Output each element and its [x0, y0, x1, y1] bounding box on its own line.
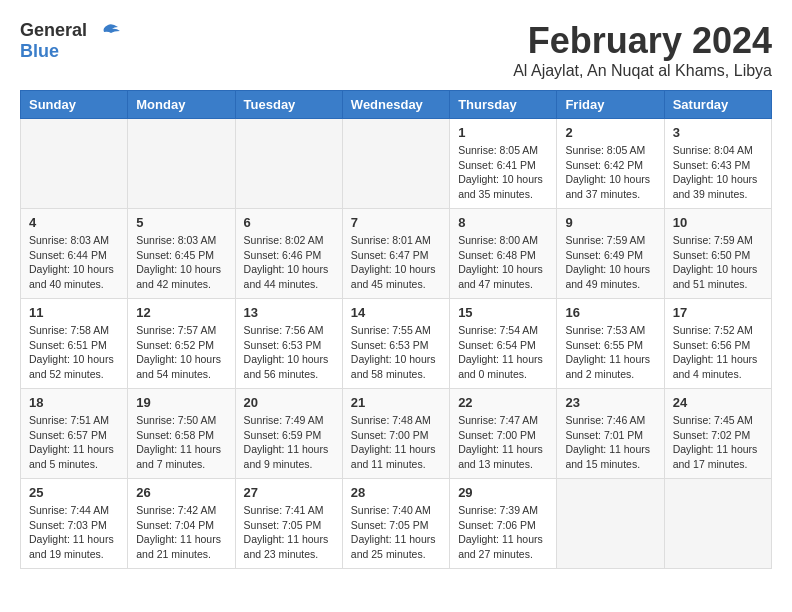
location-subtitle: Al Ajaylat, An Nuqat al Khams, Libya	[513, 62, 772, 80]
day-cell: 28Sunrise: 7:40 AM Sunset: 7:05 PM Dayli…	[342, 479, 449, 569]
day-number: 9	[565, 215, 655, 230]
day-cell: 5Sunrise: 8:03 AM Sunset: 6:45 PM Daylig…	[128, 209, 235, 299]
logo: General Blue	[20, 20, 122, 62]
week-row-4: 18Sunrise: 7:51 AM Sunset: 6:57 PM Dayli…	[21, 389, 772, 479]
day-cell: 20Sunrise: 7:49 AM Sunset: 6:59 PM Dayli…	[235, 389, 342, 479]
day-info: Sunrise: 7:55 AM Sunset: 6:53 PM Dayligh…	[351, 323, 441, 382]
day-number: 19	[136, 395, 226, 410]
month-title: February 2024	[513, 20, 772, 62]
day-info: Sunrise: 7:40 AM Sunset: 7:05 PM Dayligh…	[351, 503, 441, 562]
day-number: 6	[244, 215, 334, 230]
weekday-header-sunday: Sunday	[21, 91, 128, 119]
day-cell: 26Sunrise: 7:42 AM Sunset: 7:04 PM Dayli…	[128, 479, 235, 569]
day-number: 2	[565, 125, 655, 140]
day-number: 27	[244, 485, 334, 500]
day-cell: 10Sunrise: 7:59 AM Sunset: 6:50 PM Dayli…	[664, 209, 771, 299]
day-number: 25	[29, 485, 119, 500]
day-number: 21	[351, 395, 441, 410]
day-cell	[21, 119, 128, 209]
day-number: 26	[136, 485, 226, 500]
day-info: Sunrise: 7:44 AM Sunset: 7:03 PM Dayligh…	[29, 503, 119, 562]
day-number: 1	[458, 125, 548, 140]
logo-general-text: General	[20, 20, 122, 41]
day-info: Sunrise: 7:41 AM Sunset: 7:05 PM Dayligh…	[244, 503, 334, 562]
day-info: Sunrise: 7:56 AM Sunset: 6:53 PM Dayligh…	[244, 323, 334, 382]
day-number: 4	[29, 215, 119, 230]
day-cell: 7Sunrise: 8:01 AM Sunset: 6:47 PM Daylig…	[342, 209, 449, 299]
logo-blue-text: Blue	[20, 41, 59, 61]
day-number: 15	[458, 305, 548, 320]
day-info: Sunrise: 8:03 AM Sunset: 6:44 PM Dayligh…	[29, 233, 119, 292]
day-info: Sunrise: 7:59 AM Sunset: 6:49 PM Dayligh…	[565, 233, 655, 292]
day-info: Sunrise: 8:00 AM Sunset: 6:48 PM Dayligh…	[458, 233, 548, 292]
day-info: Sunrise: 7:39 AM Sunset: 7:06 PM Dayligh…	[458, 503, 548, 562]
day-number: 29	[458, 485, 548, 500]
day-info: Sunrise: 8:04 AM Sunset: 6:43 PM Dayligh…	[673, 143, 763, 202]
day-number: 12	[136, 305, 226, 320]
day-number: 3	[673, 125, 763, 140]
day-number: 14	[351, 305, 441, 320]
day-info: Sunrise: 8:05 AM Sunset: 6:42 PM Dayligh…	[565, 143, 655, 202]
day-cell	[128, 119, 235, 209]
day-cell: 27Sunrise: 7:41 AM Sunset: 7:05 PM Dayli…	[235, 479, 342, 569]
day-info: Sunrise: 7:57 AM Sunset: 6:52 PM Dayligh…	[136, 323, 226, 382]
week-row-1: 1Sunrise: 8:05 AM Sunset: 6:41 PM Daylig…	[21, 119, 772, 209]
day-info: Sunrise: 7:52 AM Sunset: 6:56 PM Dayligh…	[673, 323, 763, 382]
day-number: 24	[673, 395, 763, 410]
day-info: Sunrise: 7:58 AM Sunset: 6:51 PM Dayligh…	[29, 323, 119, 382]
day-number: 13	[244, 305, 334, 320]
day-cell: 23Sunrise: 7:46 AM Sunset: 7:01 PM Dayli…	[557, 389, 664, 479]
header: General Blue February 2024 Al Ajaylat, A…	[20, 20, 772, 80]
day-info: Sunrise: 7:47 AM Sunset: 7:00 PM Dayligh…	[458, 413, 548, 472]
weekday-header-tuesday: Tuesday	[235, 91, 342, 119]
day-cell: 8Sunrise: 8:00 AM Sunset: 6:48 PM Daylig…	[450, 209, 557, 299]
day-number: 28	[351, 485, 441, 500]
day-cell: 22Sunrise: 7:47 AM Sunset: 7:00 PM Dayli…	[450, 389, 557, 479]
day-info: Sunrise: 7:45 AM Sunset: 7:02 PM Dayligh…	[673, 413, 763, 472]
day-cell: 15Sunrise: 7:54 AM Sunset: 6:54 PM Dayli…	[450, 299, 557, 389]
day-cell: 29Sunrise: 7:39 AM Sunset: 7:06 PM Dayli…	[450, 479, 557, 569]
day-number: 22	[458, 395, 548, 410]
weekday-header-saturday: Saturday	[664, 91, 771, 119]
day-number: 20	[244, 395, 334, 410]
weekday-header-thursday: Thursday	[450, 91, 557, 119]
day-cell: 4Sunrise: 8:03 AM Sunset: 6:44 PM Daylig…	[21, 209, 128, 299]
day-cell: 13Sunrise: 7:56 AM Sunset: 6:53 PM Dayli…	[235, 299, 342, 389]
day-cell: 19Sunrise: 7:50 AM Sunset: 6:58 PM Dayli…	[128, 389, 235, 479]
week-row-3: 11Sunrise: 7:58 AM Sunset: 6:51 PM Dayli…	[21, 299, 772, 389]
weekday-header-monday: Monday	[128, 91, 235, 119]
day-info: Sunrise: 7:50 AM Sunset: 6:58 PM Dayligh…	[136, 413, 226, 472]
week-row-5: 25Sunrise: 7:44 AM Sunset: 7:03 PM Dayli…	[21, 479, 772, 569]
weekday-header-wednesday: Wednesday	[342, 91, 449, 119]
day-info: Sunrise: 7:54 AM Sunset: 6:54 PM Dayligh…	[458, 323, 548, 382]
weekday-header-row: SundayMondayTuesdayWednesdayThursdayFrid…	[21, 91, 772, 119]
day-cell	[664, 479, 771, 569]
day-info: Sunrise: 7:42 AM Sunset: 7:04 PM Dayligh…	[136, 503, 226, 562]
day-cell: 6Sunrise: 8:02 AM Sunset: 6:46 PM Daylig…	[235, 209, 342, 299]
day-info: Sunrise: 8:02 AM Sunset: 6:46 PM Dayligh…	[244, 233, 334, 292]
day-number: 8	[458, 215, 548, 230]
day-cell	[342, 119, 449, 209]
day-cell: 16Sunrise: 7:53 AM Sunset: 6:55 PM Dayli…	[557, 299, 664, 389]
day-cell: 14Sunrise: 7:55 AM Sunset: 6:53 PM Dayli…	[342, 299, 449, 389]
day-cell: 3Sunrise: 8:04 AM Sunset: 6:43 PM Daylig…	[664, 119, 771, 209]
day-cell: 18Sunrise: 7:51 AM Sunset: 6:57 PM Dayli…	[21, 389, 128, 479]
day-cell	[557, 479, 664, 569]
logo-bird-icon	[94, 23, 122, 41]
day-info: Sunrise: 7:51 AM Sunset: 6:57 PM Dayligh…	[29, 413, 119, 472]
day-number: 7	[351, 215, 441, 230]
day-number: 23	[565, 395, 655, 410]
day-info: Sunrise: 8:03 AM Sunset: 6:45 PM Dayligh…	[136, 233, 226, 292]
day-number: 11	[29, 305, 119, 320]
weekday-header-friday: Friday	[557, 91, 664, 119]
day-cell: 2Sunrise: 8:05 AM Sunset: 6:42 PM Daylig…	[557, 119, 664, 209]
day-number: 5	[136, 215, 226, 230]
calendar: SundayMondayTuesdayWednesdayThursdayFrid…	[20, 90, 772, 569]
day-info: Sunrise: 7:53 AM Sunset: 6:55 PM Dayligh…	[565, 323, 655, 382]
day-cell: 9Sunrise: 7:59 AM Sunset: 6:49 PM Daylig…	[557, 209, 664, 299]
day-cell: 24Sunrise: 7:45 AM Sunset: 7:02 PM Dayli…	[664, 389, 771, 479]
day-info: Sunrise: 7:46 AM Sunset: 7:01 PM Dayligh…	[565, 413, 655, 472]
day-number: 17	[673, 305, 763, 320]
day-cell: 12Sunrise: 7:57 AM Sunset: 6:52 PM Dayli…	[128, 299, 235, 389]
day-info: Sunrise: 8:01 AM Sunset: 6:47 PM Dayligh…	[351, 233, 441, 292]
